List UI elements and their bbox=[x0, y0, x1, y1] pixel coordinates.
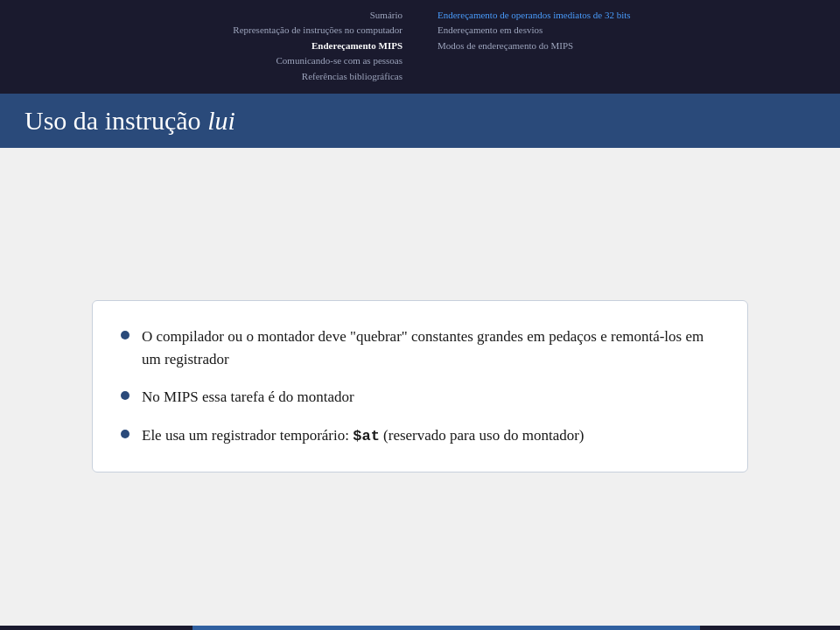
footer-title-section: Traduzindo instruções MIPS em instruções… bbox=[192, 626, 700, 630]
content-box: O compilador ou o montador deve "quebrar… bbox=[92, 300, 748, 472]
nav-item-sumario[interactable]: Sumário bbox=[370, 9, 402, 22]
top-navigation: Sumário Representação de instruções no c… bbox=[0, 0, 840, 94]
bullet-text-1: O compilador ou o montador deve "quebrar… bbox=[142, 326, 719, 370]
bullet-dot-2 bbox=[121, 391, 130, 400]
nav-left: Sumário Representação de instruções no c… bbox=[18, 9, 420, 83]
nav-item-representacao[interactable]: Representação de instruções no computado… bbox=[233, 24, 402, 37]
title-bar: Uso da instrução lui bbox=[0, 94, 840, 148]
bullet-item-2: No MIPS essa tarefa é do montador bbox=[121, 386, 719, 409]
bullet-item-1: O compilador ou o montador deve "quebrar… bbox=[121, 326, 719, 370]
footer-nav-icons: ◀◀ ◀ ◁ ▷ ▶ ▶▶ ⊕ 🔍 bbox=[700, 626, 840, 630]
code-at: $at bbox=[353, 428, 380, 444]
bullet-text-2: No MIPS essa tarefa é do montador bbox=[142, 386, 719, 409]
nav-item-modos[interactable]: Modos de endereçamento do MIPS bbox=[438, 39, 573, 52]
nav-item-enderecamento-mips[interactable]: Endereçamento MIPS bbox=[312, 39, 402, 52]
nav-item-referencias[interactable]: Referências bibliográficas bbox=[302, 70, 402, 83]
title-prefix: Uso da instrução bbox=[24, 106, 207, 135]
nav-item-comunicando[interactable]: Comunicando-se com as pessoas bbox=[276, 54, 403, 67]
footer: Prof. Silvana Rossetto Traduzindo instru… bbox=[0, 626, 840, 630]
nav-item-desvios[interactable]: Endereçamento em desvios bbox=[438, 24, 542, 37]
nav-item-imediatos[interactable]: Endereçamento de operandos imediatos de … bbox=[438, 9, 631, 22]
bullet-dot-1 bbox=[121, 331, 130, 340]
bullet-dot-3 bbox=[121, 430, 130, 438]
bullet-item-3: Ele usa um registrador temporário: $at (… bbox=[121, 424, 719, 448]
title-italic: lui bbox=[207, 106, 235, 135]
main-content: O compilador ou o montador deve "quebrar… bbox=[0, 148, 840, 626]
slide-title: Uso da instrução lui bbox=[24, 106, 235, 136]
footer-author-section: Prof. Silvana Rossetto bbox=[0, 626, 192, 630]
nav-right: Endereçamento de operandos imediatos de … bbox=[420, 9, 822, 83]
bullet-text-3: Ele usa um registrador temporário: $at (… bbox=[142, 424, 719, 448]
